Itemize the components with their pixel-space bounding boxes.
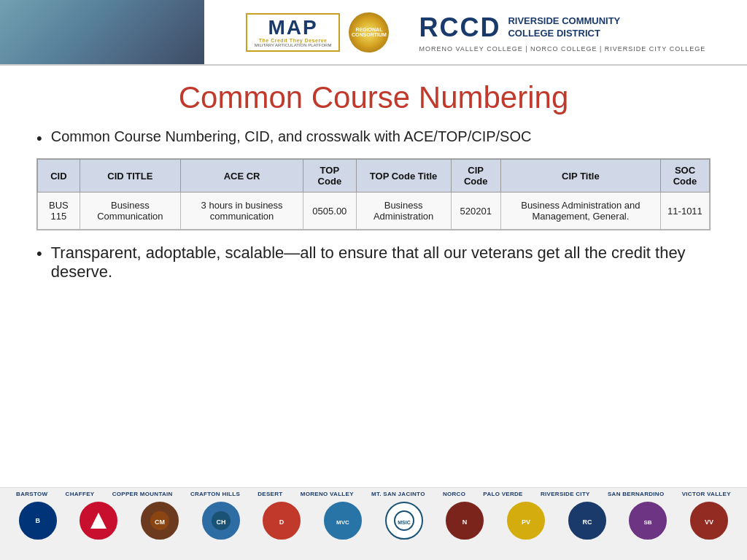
svg-text:CH: CH <box>216 518 225 526</box>
table-body: BUS 115 Business Communication 3 hours i… <box>38 192 710 230</box>
svg-text:RC: RC <box>582 518 592 526</box>
footer-label-palo: PALO VERDE <box>483 491 522 497</box>
cell-top-code: 0505.00 <box>303 192 356 230</box>
footer-label-moreno: MORENO VALLEY <box>301 491 354 497</box>
map-logo: MAP The Credit They Deserve MILITARY ART… <box>246 13 341 52</box>
regional-logo: REGIONAL CONSORTIUM <box>349 12 389 52</box>
desert-logo: D <box>263 502 301 540</box>
course-numbering-table: CID CID TITLE ACE CR TOP Code TOP Code T… <box>36 158 711 230</box>
footer-labels: BARSTOW CHAFFEY COPPER MOUNTAIN CRAFTON … <box>0 488 747 499</box>
rccd-full-name: RIVERSIDE COMMUNITY COLLEGE DISTRICT <box>508 15 620 40</box>
footer-label-mt-san: MT. SAN JACINTO <box>371 491 425 497</box>
footer: BARSTOW CHAFFEY COPPER MOUNTAIN CRAFTON … <box>0 487 747 560</box>
col-cip-title: CIP Title <box>500 160 660 192</box>
barstow-logo: B <box>19 502 57 540</box>
svg-text:D: D <box>279 518 285 526</box>
bullet-dot-1: • <box>36 129 42 148</box>
svg-text:PV: PV <box>522 518 530 526</box>
header-logos: MAP The Credit They Deserve MILITARY ART… <box>204 0 747 64</box>
bullet-2: • Transparent, adoptable, scalable—all t… <box>36 244 711 281</box>
col-top-code-title: TOP Code Title <box>356 160 451 192</box>
cell-top-code-title: Business Administration <box>356 192 451 230</box>
cell-ace-cr: 3 hours in business communication <box>181 192 303 230</box>
rccd-title: RCCD RIVERSIDE COMMUNITY COLLEGE DISTRIC… <box>419 12 620 43</box>
rccd-section: RCCD RIVERSIDE COMMUNITY COLLEGE DISTRIC… <box>408 12 705 52</box>
col-soc-code: SOC Code <box>660 160 709 192</box>
bullet-2-text: Transparent, adoptable, scalable—all to … <box>51 244 711 281</box>
table-header-row: CID CID TITLE ACE CR TOP Code TOP Code T… <box>38 160 710 192</box>
norco-logo: N <box>446 502 484 540</box>
svg-text:MVC: MVC <box>336 519 349 526</box>
footer-label-desert: DESERT <box>258 491 282 497</box>
victor-valley-logo: VV <box>690 502 728 540</box>
svg-text:MSIC: MSIC <box>398 520 411 525</box>
footer-label-san-bern: SAN BERNARDINO <box>608 491 665 497</box>
footer-logos: B CM CH D MVC MSIC N PV <box>0 499 747 542</box>
page-title: Common Course Numbering <box>36 80 711 115</box>
svg-text:SB: SB <box>644 519 652 526</box>
col-top-code: TOP Code <box>303 160 356 192</box>
cell-cip-title: Business Administration and Management, … <box>500 192 660 230</box>
bullet-1-text: Common Course Numbering, CID, and crossw… <box>51 128 532 145</box>
copper-mountain-logo: CM <box>141 502 179 540</box>
main-content: Common Course Numbering • Common Course … <box>0 66 747 299</box>
cell-cip-code: 520201 <box>451 192 500 230</box>
svg-text:VV: VV <box>705 518 713 526</box>
rccd-full-line2: COLLEGE DISTRICT <box>508 28 620 40</box>
col-cid-title: CID TITLE <box>80 160 180 192</box>
footer-label-chaffey: CHAFFEY <box>66 491 95 497</box>
table-header: CID CID TITLE ACE CR TOP Code TOP Code T… <box>38 160 710 192</box>
riverside-city-logo: RC <box>568 502 606 540</box>
header: MAP The Credit They Deserve MILITARY ART… <box>0 0 747 66</box>
footer-label-crafton: CRAFTON HILLS <box>190 491 240 497</box>
regional-logo-text: REGIONAL CONSORTIUM <box>349 26 389 39</box>
bullet-dot-2: • <box>36 244 42 263</box>
header-background <box>0 0 204 64</box>
col-cip-code: CIP Code <box>451 160 500 192</box>
crafton-hills-logo: CH <box>202 502 240 540</box>
svg-text:N: N <box>462 518 468 526</box>
moreno-valley-logo: MVC <box>324 502 362 540</box>
map-logo-text: MAP <box>268 18 317 38</box>
header-left-image <box>0 0 204 64</box>
svg-text:CM: CM <box>155 518 165 526</box>
rccd-colleges: MORENO VALLEY COLLEGE | NORCO COLLEGE | … <box>419 45 705 52</box>
bullet-1: • Common Course Numbering, CID, and cros… <box>36 128 711 148</box>
mt-san-jacinto-logo: MSIC <box>385 502 423 540</box>
footer-label-norco: NORCO <box>443 491 465 497</box>
col-ace-cr: ACE CR <box>181 160 303 192</box>
footer-label-victor: VICTOR VALLEY <box>682 491 731 497</box>
cell-cid-title: Business Communication <box>80 192 180 230</box>
chaffey-logo <box>80 502 117 540</box>
table-row: BUS 115 Business Communication 3 hours i… <box>38 192 710 230</box>
cell-cid: BUS 115 <box>38 192 80 230</box>
rccd-full-line1: RIVERSIDE COMMUNITY <box>508 15 620 28</box>
table: CID CID TITLE ACE CR TOP Code TOP Code T… <box>37 159 710 230</box>
cell-soc-code: 11-1011 <box>660 192 709 230</box>
footer-label-riverside: RIVERSIDE CITY <box>541 491 590 497</box>
palo-verde-logo: PV <box>507 502 545 540</box>
footer-label-copper: COPPER MOUNTAIN <box>112 491 173 497</box>
map-logo-sub2: MILITARY ARTICULATION PLATFORM <box>255 43 332 47</box>
san-bernardino-logo: SB <box>629 502 667 540</box>
footer-label-barstow: BARSTOW <box>16 491 47 497</box>
col-cid: CID <box>38 160 80 192</box>
rccd-abbr: RCCD <box>419 12 500 43</box>
map-logo-sub: The Credit They Deserve <box>259 38 328 43</box>
